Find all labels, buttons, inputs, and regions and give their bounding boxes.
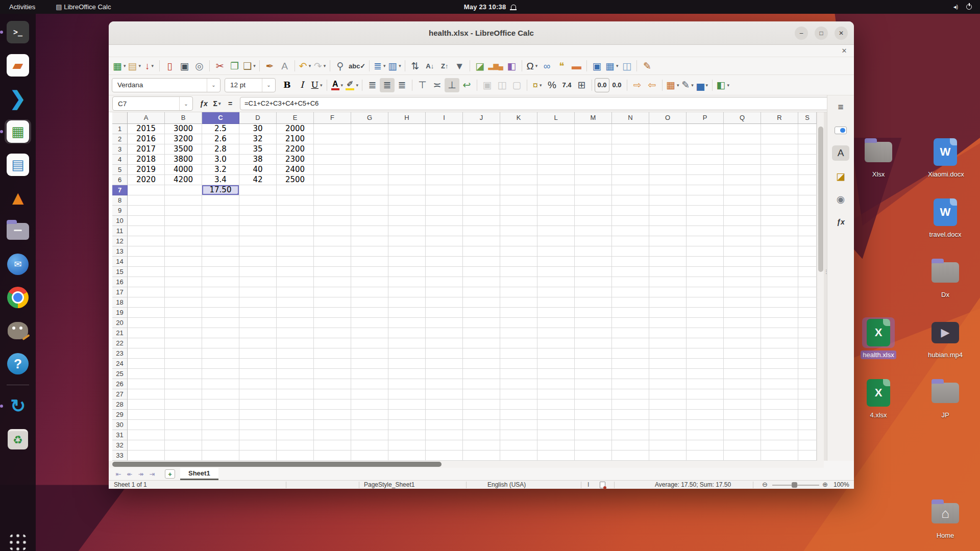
cell-B7[interactable] bbox=[165, 185, 202, 195]
cell-J28[interactable] bbox=[463, 399, 500, 410]
cell-S5[interactable] bbox=[798, 165, 817, 175]
cell-S16[interactable] bbox=[798, 277, 817, 287]
row-header-30[interactable]: 30 bbox=[112, 420, 128, 430]
cell-I33[interactable] bbox=[426, 450, 463, 461]
cell-M15[interactable] bbox=[575, 267, 612, 277]
dock-trash[interactable]: ♻ bbox=[5, 427, 31, 452]
cell-R19[interactable] bbox=[761, 308, 798, 318]
cell-S30[interactable] bbox=[798, 420, 817, 430]
cell-K25[interactable] bbox=[500, 369, 537, 379]
cell-A5[interactable]: 2019 bbox=[128, 165, 165, 175]
cell-R21[interactable] bbox=[761, 328, 798, 338]
cell-P4[interactable] bbox=[687, 155, 724, 165]
row-header-6[interactable]: 6 bbox=[112, 175, 128, 185]
cell-L25[interactable] bbox=[537, 369, 575, 379]
cell-K33[interactable] bbox=[500, 450, 537, 461]
cell-C14[interactable] bbox=[202, 257, 239, 267]
cell-S32[interactable] bbox=[798, 440, 817, 450]
cell-A27[interactable] bbox=[128, 389, 165, 399]
cell-N20[interactable] bbox=[612, 318, 649, 328]
cell-Q8[interactable] bbox=[724, 195, 761, 206]
cell-J30[interactable] bbox=[463, 420, 500, 430]
cell-M10[interactable] bbox=[575, 216, 612, 226]
cell-E27[interactable] bbox=[277, 389, 314, 399]
sort-descending-icon[interactable]: Z↑ bbox=[437, 59, 452, 73]
font-name-combo[interactable]: Verdana ⌄ bbox=[112, 78, 220, 92]
cell-Q6[interactable] bbox=[724, 175, 761, 185]
cell-K16[interactable] bbox=[500, 277, 537, 287]
column-header-S[interactable]: S bbox=[798, 112, 817, 124]
cell-S8[interactable] bbox=[798, 195, 817, 206]
cell-R16[interactable] bbox=[761, 277, 798, 287]
cell-R31[interactable] bbox=[761, 430, 798, 440]
cell-F7[interactable] bbox=[314, 185, 351, 195]
cell-S15[interactable] bbox=[798, 267, 817, 277]
cell-I14[interactable] bbox=[426, 257, 463, 267]
dock-files[interactable] bbox=[5, 219, 31, 243]
cell-R5[interactable] bbox=[761, 165, 798, 175]
cell-O28[interactable] bbox=[649, 399, 687, 410]
cell-E7[interactable] bbox=[277, 185, 314, 195]
cell-P31[interactable] bbox=[687, 430, 724, 440]
cell-Q13[interactable] bbox=[724, 246, 761, 257]
cell-H9[interactable] bbox=[388, 206, 426, 216]
clear-formatting-icon[interactable]: A bbox=[277, 59, 292, 73]
cell-D14[interactable] bbox=[239, 257, 277, 267]
cell-H10[interactable] bbox=[388, 216, 426, 226]
clock[interactable]: May 23 10:38 bbox=[464, 3, 506, 11]
cell-D33[interactable] bbox=[239, 450, 277, 461]
cell-G7[interactable] bbox=[351, 185, 388, 195]
column-header-M[interactable]: M bbox=[575, 112, 612, 124]
desktop-icon-health-xlsx[interactable]: health.xlsx bbox=[859, 317, 898, 359]
cell-M28[interactable] bbox=[575, 399, 612, 410]
cell-M5[interactable] bbox=[575, 165, 612, 175]
copy-icon[interactable]: ❐ bbox=[227, 59, 242, 73]
cell-L10[interactable] bbox=[537, 216, 575, 226]
cell-R2[interactable] bbox=[761, 134, 798, 144]
cell-G13[interactable] bbox=[351, 246, 388, 257]
dock-gimp[interactable] bbox=[5, 318, 31, 343]
cell-Q16[interactable] bbox=[724, 277, 761, 287]
cell-B19[interactable] bbox=[165, 308, 202, 318]
cell-B9[interactable] bbox=[165, 206, 202, 216]
cell-Q18[interactable] bbox=[724, 297, 761, 308]
selection-mode-icon[interactable]: I bbox=[587, 481, 589, 489]
cell-F32[interactable] bbox=[314, 440, 351, 450]
column-header-J[interactable]: J bbox=[463, 112, 500, 124]
cell-R10[interactable] bbox=[761, 216, 798, 226]
cell-E1[interactable]: 2000 bbox=[277, 124, 314, 134]
cell-N1[interactable] bbox=[612, 124, 649, 134]
last-sheet-button[interactable]: ⇥ bbox=[146, 470, 158, 478]
cell-B23[interactable] bbox=[165, 348, 202, 359]
column-header-D[interactable]: D bbox=[239, 112, 277, 124]
cell-S7[interactable] bbox=[798, 185, 817, 195]
cell-C9[interactable] bbox=[202, 206, 239, 216]
cell-G20[interactable] bbox=[351, 318, 388, 328]
row-header-21[interactable]: 21 bbox=[112, 328, 128, 338]
cell-K23[interactable] bbox=[500, 348, 537, 359]
cell-S14[interactable] bbox=[798, 257, 817, 267]
dock-spacer[interactable] bbox=[5, 460, 31, 525]
cell-P27[interactable] bbox=[687, 389, 724, 399]
cell-M19[interactable] bbox=[575, 308, 612, 318]
cell-L31[interactable] bbox=[537, 430, 575, 440]
cell-G32[interactable] bbox=[351, 440, 388, 450]
autofilter-icon[interactable]: ▼ bbox=[452, 59, 467, 73]
row-header-4[interactable]: 4 bbox=[112, 155, 128, 165]
cell-C33[interactable] bbox=[202, 450, 239, 461]
cell-E25[interactable] bbox=[277, 369, 314, 379]
cell-J10[interactable] bbox=[463, 216, 500, 226]
cell-J14[interactable] bbox=[463, 257, 500, 267]
cell-S17[interactable] bbox=[798, 287, 817, 297]
cell-D27[interactable] bbox=[239, 389, 277, 399]
cell-F20[interactable] bbox=[314, 318, 351, 328]
row-header-31[interactable]: 31 bbox=[112, 430, 128, 440]
cell-O27[interactable] bbox=[649, 389, 687, 399]
cell-P16[interactable] bbox=[687, 277, 724, 287]
cell-H15[interactable] bbox=[388, 267, 426, 277]
column-header-R[interactable]: R bbox=[761, 112, 798, 124]
print-preview-icon[interactable]: ◎ bbox=[192, 59, 207, 73]
cell-E19[interactable] bbox=[277, 308, 314, 318]
cell-P11[interactable] bbox=[687, 226, 724, 236]
cell-L1[interactable] bbox=[537, 124, 575, 134]
